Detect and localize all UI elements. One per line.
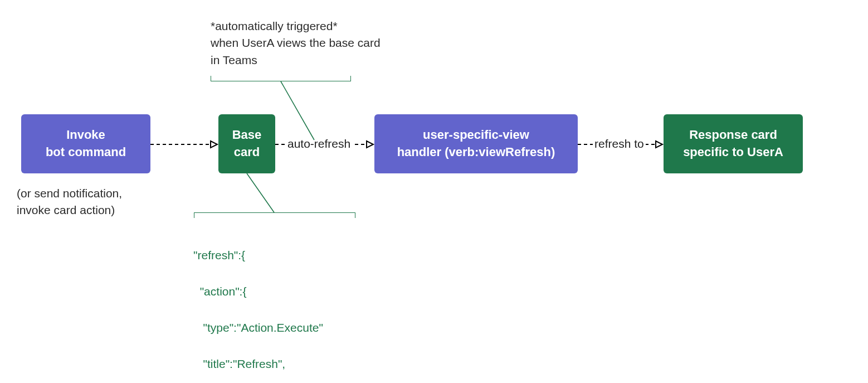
top-bracket-stem [281,81,320,143]
handler-line2: handler (verb:viewRefresh) [397,144,555,161]
bottom-bracket [194,212,355,218]
bottom-caption: (or send notification, invoke card actio… [17,185,122,219]
top-caption-l1: *automatically triggered* [211,18,381,35]
bottom-bracket-stem [245,173,284,215]
top-caption: *automatically triggered* when UserA vie… [211,18,381,69]
handler-line1: user-specific-view [397,127,555,144]
top-caption-l2: when UserA views the base card [211,35,381,51]
base-line2: card [232,144,262,161]
base-line1: Base [232,127,262,144]
base-card-box: Base card [218,114,275,173]
invoke-line1: Invoke [46,127,126,144]
code-l1: "refresh":{ [193,246,323,265]
code-l2: "action":{ [193,283,323,301]
arrow-invoke-to-base [150,140,217,152]
refresh-to-label: refresh to [593,137,646,151]
invoke-line2: bot command [46,144,126,161]
code-l4: "title":"Refresh", [193,355,323,374]
code-l3: "type":"Action.Execute" [193,319,323,337]
response-line2: specific to UserA [683,144,783,161]
response-line1: Response card [683,127,783,144]
top-caption-l3: in Teams [211,52,381,69]
svg-line-7 [247,173,274,212]
top-bracket [211,76,351,81]
invoke-command-box: Invoke bot command [21,114,150,173]
response-card-box: Response card specific to UserA [664,114,803,173]
refresh-code-block: "refresh":{ "action":{ "type":"Action.Ex… [193,228,323,383]
bottom-caption-l1: (or send notification, [17,185,122,202]
bottom-caption-l2: invoke card action) [17,202,122,219]
handler-box: user-specific-view handler (verb:viewRef… [374,114,578,173]
svg-line-6 [281,81,314,140]
svg-marker-5 [656,141,662,148]
svg-marker-3 [367,141,373,148]
svg-marker-1 [211,141,217,148]
